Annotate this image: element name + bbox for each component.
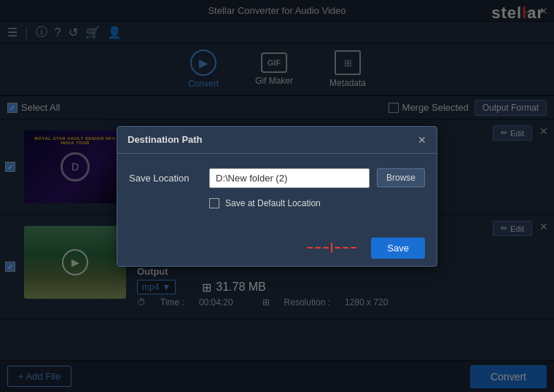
dash5 <box>343 247 348 248</box>
cursor-dashes <box>307 243 356 253</box>
modal-body: Save Location Browse Save at Default Loc… <box>117 154 437 230</box>
dash3 <box>323 247 329 248</box>
modal-footer: Save <box>117 230 437 266</box>
modal-close-button[interactable]: ✕ <box>418 134 426 146</box>
browse-button[interactable]: Browse <box>377 168 425 187</box>
dash1 <box>307 247 313 248</box>
dash2 <box>315 247 321 248</box>
save-location-label: Save Location <box>129 173 202 184</box>
modal-header: Destination Path ✕ <box>117 127 437 154</box>
modal-title: Destination Path <box>128 134 203 145</box>
save-location-row: Save Location Browse <box>129 168 425 188</box>
dash4 <box>335 247 340 248</box>
cursor-indicator <box>331 243 332 253</box>
destination-path-modal: Destination Path ✕ Save Location Browse … <box>117 126 437 267</box>
save-location-input[interactable] <box>209 168 370 188</box>
save-button[interactable]: Save <box>371 238 425 259</box>
dash6 <box>351 247 356 248</box>
save-default-checkbox[interactable] <box>209 198 219 208</box>
save-default-label: Save at Default Location <box>225 198 321 208</box>
modal-overlay: Destination Path ✕ Save Location Browse … <box>0 0 554 392</box>
save-default-row: Save at Default Location <box>209 198 425 208</box>
